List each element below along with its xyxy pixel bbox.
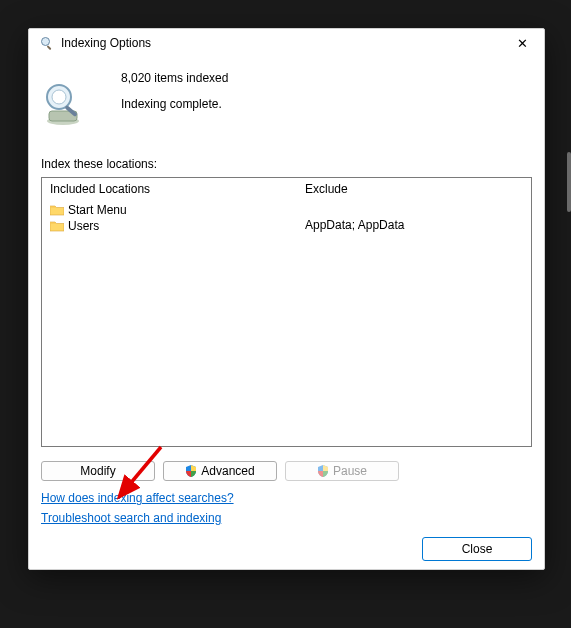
status-area: 8,020 items indexed Indexing complete. — [41, 67, 532, 127]
button-label: Modify — [80, 464, 115, 478]
troubleshoot-link[interactable]: Troubleshoot search and indexing — [41, 511, 221, 525]
exclude-header: Exclude — [303, 182, 525, 196]
window-title: Indexing Options — [61, 36, 508, 50]
button-label: Advanced — [201, 464, 254, 478]
svg-point-0 — [42, 38, 50, 46]
titlebar: Indexing Options ✕ — [29, 29, 544, 57]
indexing-options-window: Indexing Options ✕ 8,020 items indexed I… — [28, 28, 545, 570]
scrollbar-thumb[interactable] — [567, 152, 571, 212]
folder-icon — [50, 220, 64, 232]
advanced-button[interactable]: Advanced — [163, 461, 277, 481]
help-links: How does indexing affect searches? Troub… — [41, 491, 532, 531]
how-indexing-link[interactable]: How does indexing affect searches? — [41, 491, 234, 505]
svg-point-5 — [52, 90, 66, 104]
magnifier-icon — [39, 35, 55, 51]
close-dialog-button[interactable]: Close — [422, 537, 532, 561]
dialog-footer: Close — [41, 537, 532, 561]
location-name: Users — [68, 219, 99, 233]
close-button[interactable]: ✕ — [508, 29, 536, 57]
shield-icon — [185, 465, 197, 477]
indexing-state: Indexing complete. — [121, 97, 228, 111]
index-locations-label: Index these locations: — [41, 157, 532, 171]
modify-button[interactable]: Modify — [41, 461, 155, 481]
svg-rect-1 — [47, 45, 52, 50]
included-locations-header: Included Locations — [48, 182, 291, 196]
folder-icon — [50, 204, 64, 216]
magnifier-large-icon — [39, 79, 87, 127]
exclude-value: AppData; AppData — [303, 218, 525, 232]
close-icon: ✕ — [517, 37, 528, 50]
list-item[interactable]: Start Menu — [48, 202, 291, 218]
shield-icon — [317, 465, 329, 477]
locations-listbox[interactable]: Included Locations Start Menu Users Excl… — [41, 177, 532, 447]
pause-button: Pause — [285, 461, 399, 481]
items-indexed-count: 8,020 items indexed — [121, 71, 228, 85]
button-label: Close — [462, 542, 493, 556]
dialog-body: 8,020 items indexed Indexing complete. I… — [29, 57, 544, 569]
button-label: Pause — [333, 464, 367, 478]
list-item[interactable]: Users — [48, 218, 291, 234]
button-row: Modify Advanced Pause — [41, 461, 532, 481]
location-name: Start Menu — [68, 203, 127, 217]
